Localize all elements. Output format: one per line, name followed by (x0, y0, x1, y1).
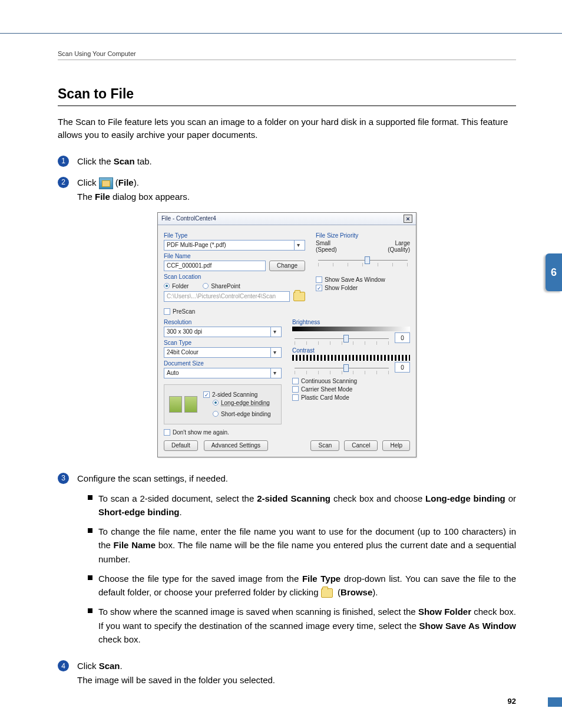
cancel-button[interactable]: Cancel (344, 440, 378, 451)
show-save-as-checkbox[interactable]: Show Save As Window (316, 276, 410, 283)
close-icon[interactable]: × (404, 215, 412, 223)
long-edge-radio[interactable]: Long-edge binding (213, 400, 271, 406)
brightness-value-text: 0 (401, 335, 404, 341)
checkbox-icon (292, 394, 299, 401)
scan-type-value: 24bit Colour (167, 349, 199, 355)
plastic-label: Plastic Card Mode (301, 394, 349, 401)
sharepoint-radio-label: SharePoint (211, 283, 240, 289)
plastic-card-checkbox[interactable]: Plastic Card Mode (292, 394, 410, 401)
t: Short-edge binding (98, 507, 179, 517)
two-sided-checkbox[interactable]: ✓2-sided Scanning (203, 391, 271, 398)
file-type-label: File Type (164, 232, 305, 239)
folder-icon (321, 588, 333, 598)
resolution-label: Resolution (164, 319, 282, 325)
doc-size-value: Auto (167, 370, 179, 376)
checkbox-icon: ✓ (203, 391, 210, 398)
t: Long-edge binding (425, 493, 505, 503)
page-number-bar (548, 697, 562, 707)
contrast-slider[interactable] (295, 368, 389, 368)
radio-icon (213, 400, 219, 406)
doc-size-dropdown[interactable]: Auto▾ (164, 368, 282, 378)
scan-type-label: Scan Type (164, 340, 282, 346)
brightness-value[interactable]: 0 (395, 332, 410, 343)
contrast-gradient (292, 355, 410, 361)
running-header: Scan Using Your Computer (58, 34, 516, 60)
step-4: 4 Click Scan. The image will be saved in… (58, 659, 516, 687)
checkbox-icon (164, 429, 170, 436)
t: check box and choose (330, 493, 425, 503)
file-type-dropdown[interactable]: PDF Multi-Page (*.pdf)▾ (164, 240, 305, 251)
t: . (179, 507, 181, 517)
large-label: Large (395, 240, 410, 246)
checkbox-icon: ✓ (316, 285, 322, 291)
quality-label: (Quality) (388, 246, 410, 253)
resolution-value: 300 x 300 dpi (167, 328, 202, 335)
step-2-text-e: dialog box appears. (110, 192, 190, 202)
browse-folder-icon[interactable] (293, 292, 305, 301)
file-size-slider[interactable] (318, 260, 408, 261)
step-3-intro: Configure the scan settings, if needed. (77, 473, 228, 483)
step-badge-4: 4 (58, 660, 69, 671)
file-name-label: File Name (164, 253, 305, 259)
long-edge-label: Long-edge binding (221, 400, 270, 406)
dont-show-checkbox[interactable]: Don't show me again. (164, 429, 410, 436)
t: box. The file name will be the file name… (98, 540, 516, 564)
advanced-settings-button[interactable]: Advanced Settings (204, 440, 268, 451)
bullet-2: To change the file name, enter the file … (98, 525, 516, 566)
slider-ticks (295, 341, 389, 345)
doc-size-label: Document Size (164, 360, 282, 367)
t: Show Save As Window (419, 621, 517, 631)
continuous-scanning-checkbox[interactable]: Continuous Scanning (292, 378, 410, 384)
t: File Type (302, 574, 340, 584)
carrier-label: Carrier Sheet Mode (301, 386, 352, 393)
step-3: 3 Configure the scan settings, if needed… (58, 472, 516, 653)
file-dialog: File - ControlCenter4 × File Type PDF Mu… (157, 212, 416, 457)
path-input[interactable]: C:\Users\...\Pictures\ControlCenter4\Sca… (164, 291, 290, 302)
change-button[interactable]: Change (269, 261, 305, 271)
page-title: Scan to File (58, 86, 516, 106)
default-button[interactable]: Default (164, 440, 198, 451)
folder-radio[interactable]: Folder (164, 283, 189, 289)
sharepoint-radio[interactable]: SharePoint (203, 283, 240, 289)
scan-type-dropdown[interactable]: 24bit Colour▾ (164, 347, 282, 358)
dialog-title-text: File - ControlCenter4 (161, 215, 216, 222)
t: To scan a 2-sided document, select the (98, 493, 257, 503)
checkbox-icon (316, 276, 322, 283)
show-save-as-label: Show Save As Window (325, 276, 385, 283)
show-folder-checkbox[interactable]: ✓Show Folder (316, 285, 410, 291)
step-2: 2 Click (File). The File dialog box appe… (58, 176, 516, 204)
contrast-label: Contrast (292, 347, 410, 354)
brightness-slider[interactable] (295, 338, 389, 339)
chevron-down-icon: ▾ (294, 241, 302, 250)
prescan-checkbox[interactable]: PreScan (164, 308, 410, 315)
t: 2-sided Scanning (257, 493, 330, 503)
carrier-sheet-checkbox[interactable]: Carrier Sheet Mode (292, 386, 410, 393)
t: check box. (98, 634, 141, 644)
t: The image will be saved in the folder yo… (77, 675, 275, 685)
duplex-icon (169, 396, 182, 413)
short-edge-label: Short-edge binding (221, 411, 271, 417)
step-2-text-d: File (95, 192, 110, 202)
step-1-text-b: Scan (114, 156, 135, 166)
path-value: C:\Users\...\Pictures\ControlCenter4\Sca… (167, 293, 276, 299)
brightness-label: Brightness (292, 319, 410, 325)
t: Choose the file type for the saved image… (98, 574, 302, 584)
file-name-value: CCF_000001.pdf (167, 262, 211, 269)
short-edge-radio[interactable]: Short-edge binding (213, 411, 271, 417)
bullet-3: Choose the file type for the saved image… (98, 572, 516, 599)
checkbox-icon (292, 378, 299, 384)
contrast-value-text: 0 (401, 364, 404, 371)
brightness-gradient (292, 327, 410, 331)
cont-scan-label: Continuous Scanning (301, 378, 357, 384)
radio-icon (213, 411, 219, 417)
scan-button[interactable]: Scan (310, 440, 339, 451)
t: To show where the scanned image is saved… (98, 607, 418, 617)
chapter-tab: 6 (546, 253, 562, 291)
file-type-value: PDF Multi-Page (*.pdf) (167, 242, 226, 248)
resolution-dropdown[interactable]: 300 x 300 dpi▾ (164, 327, 282, 337)
file-name-input[interactable]: CCF_000001.pdf (164, 261, 266, 271)
help-button[interactable]: Help (382, 440, 410, 451)
contrast-value[interactable]: 0 (395, 362, 410, 373)
step-badge-3: 3 (58, 473, 69, 484)
radio-icon (164, 283, 170, 289)
